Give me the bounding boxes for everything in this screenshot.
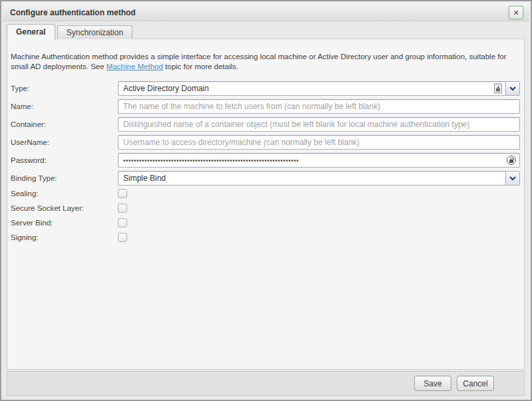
server-bind-row: Server Bind: [11,218,520,227]
secure-socket-layer-checkbox[interactable] [118,203,127,213]
type-combobox[interactable]: Active Directory Domain [118,81,520,96]
dialog-window: Configure authentication method ✕ Genera… [0,0,532,401]
profile-box-icon [494,84,502,94]
signing-label: Signing: [11,233,118,241]
description-text: Machine Authentication method provides a… [11,52,509,72]
sealing-row: Sealing: [11,189,520,198]
tab-content-panel: Machine Authentication method provides a… [7,39,525,370]
signing-row: Signing: [11,233,520,242]
signing-checkbox[interactable] [118,233,127,242]
binding-type-value: Simple Bind [123,174,166,183]
type-value: Active Directory Domain [123,84,209,93]
tab-general[interactable]: General [7,24,55,40]
name-input[interactable] [118,99,520,114]
binding-type-row: Binding Type: Simple Bind [11,171,520,186]
container-input[interactable] [118,117,520,132]
footer-bar: Save Cancel [7,371,525,396]
cancel-button[interactable]: Cancel [457,376,494,391]
container-label: Container: [11,120,118,128]
footer-buttons: Save Cancel [414,376,494,391]
name-label: Name: [11,102,118,110]
type-row: Type: Active Directory Domain [11,81,520,96]
chevron-down-icon [509,176,516,181]
binding-type-combobox[interactable]: Simple Bind [118,171,520,186]
machine-method-link[interactable]: Machine Method [107,63,163,70]
server-bind-checkbox[interactable] [118,218,127,227]
close-button[interactable]: ✕ [509,6,523,19]
password-row: Password: [11,153,520,168]
password-input[interactable] [118,153,520,168]
tab-strip: General Synchronization [7,23,133,39]
tab-general-label: General [16,27,46,37]
description-after-link: topic for more details. [163,63,238,70]
close-icon: ✕ [513,9,519,17]
password-lock-icon[interactable] [507,156,516,165]
binding-type-label: Binding Type: [11,174,118,182]
binding-type-combobox-field[interactable]: Simple Bind [118,171,506,186]
tab-synchronization[interactable]: Synchronization [57,25,133,39]
sealing-checkbox[interactable] [118,189,127,198]
secure-socket-layer-label: Secure Socket Layer: [11,204,118,212]
secure-socket-layer-row: Secure Socket Layer: [11,203,520,213]
auth-form: Type: Active Directory Domain Name: [11,81,520,247]
container-row: Container: [11,117,520,132]
description-before-link: Machine Authentication method provides a… [11,53,507,70]
sealing-label: Sealing: [11,190,118,198]
chevron-down-icon [509,86,516,91]
dialog-titlebar: Configure authentication method ✕ [3,3,529,21]
type-dropdown-button[interactable] [505,81,520,96]
server-bind-label: Server Bind: [11,219,118,227]
save-button[interactable]: Save [414,376,451,391]
type-label: Type: [11,84,118,92]
username-label: UserName: [11,138,118,146]
dialog-title: Configure authentication method [10,8,136,17]
username-input[interactable] [118,135,520,150]
username-row: UserName: [11,135,520,150]
name-row: Name: [11,99,520,114]
tab-synchronization-label: Synchronization [67,28,123,37]
password-label: Password: [11,156,118,164]
type-combobox-field[interactable]: Active Directory Domain [118,81,506,96]
binding-type-dropdown-button[interactable] [505,171,520,186]
